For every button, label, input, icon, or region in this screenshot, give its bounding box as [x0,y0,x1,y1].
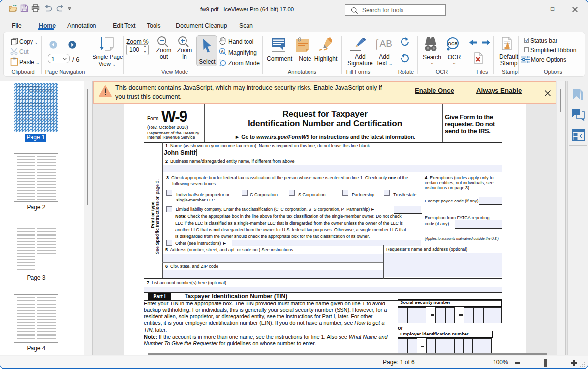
svg-text:OCR: OCR [448,41,458,46]
svg-text:A: A [221,49,224,54]
